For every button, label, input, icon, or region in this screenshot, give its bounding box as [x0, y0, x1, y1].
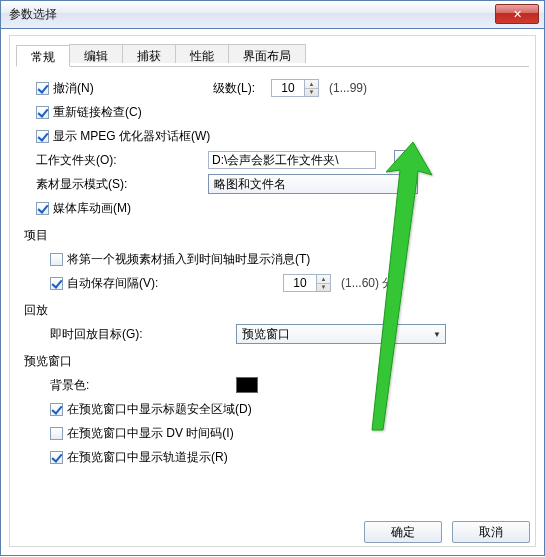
levels-label: 级数(L): — [213, 80, 271, 97]
levels-hint: (1...99) — [329, 81, 367, 95]
autosave-input[interactable] — [283, 274, 317, 292]
trackhint-label: 在预览窗口中显示轨道提示(R) — [67, 449, 228, 466]
firstclip-label: 将第一个视频素材插入到时间轴时显示消息(T) — [67, 251, 310, 268]
dvtimecode-checkbox[interactable] — [50, 427, 63, 440]
levels-spin-arrows[interactable]: ▲▼ — [305, 79, 319, 97]
client-area: 常规 编辑 捕获 性能 界面布局 撤消(N) 级数(L): ▲▼ (1...99… — [0, 28, 545, 556]
levels-input[interactable] — [271, 79, 305, 97]
close-button[interactable]: ✕ — [495, 4, 539, 24]
autosave-spin-arrows[interactable]: ▲▼ — [317, 274, 331, 292]
tab-performance[interactable]: 性能 — [175, 44, 229, 63]
section-preview-heading: 预览窗口 — [22, 353, 525, 370]
playback-target-input[interactable] — [236, 324, 446, 344]
chevron-down-icon: ▼ — [429, 325, 445, 343]
bgcolor-label: 背景色: — [50, 377, 236, 394]
playback-target-label: 即时回放目标(G): — [50, 326, 236, 343]
autosave-spinner[interactable]: ▲▼ — [283, 274, 331, 292]
tab-strip: 常规 编辑 捕获 性能 界面布局 — [16, 44, 529, 67]
workdir-label: 工作文件夹(O): — [36, 152, 208, 169]
tab-capture[interactable]: 捕获 — [122, 44, 176, 63]
autosave-label: 自动保存间隔(V): — [67, 275, 283, 292]
medialib-checkbox[interactable] — [36, 202, 49, 215]
title-bar[interactable]: 参数选择 ✕ — [0, 0, 545, 28]
matdisp-combo-input[interactable] — [208, 174, 418, 194]
cancel-button[interactable]: 取消 — [452, 521, 530, 543]
dialog-body: 常规 编辑 捕获 性能 界面布局 撤消(N) 级数(L): ▲▼ (1...99… — [9, 35, 536, 547]
window-title: 参数选择 — [9, 6, 57, 23]
autosave-checkbox[interactable] — [50, 277, 63, 290]
tab-layout[interactable]: 界面布局 — [228, 44, 306, 63]
trackhint-checkbox[interactable] — [50, 451, 63, 464]
dvtimecode-label: 在预览窗口中显示 DV 时间码(I) — [67, 425, 234, 442]
section-playback-heading: 回放 — [22, 302, 525, 319]
medialib-label: 媒体库动画(M) — [53, 200, 131, 217]
tab-edit[interactable]: 编辑 — [69, 44, 123, 63]
mpeg-checkbox[interactable] — [36, 130, 49, 143]
matdisp-label: 素材显示模式(S): — [36, 176, 208, 193]
playback-target-combo[interactable]: ▼ — [236, 324, 446, 344]
dialog-window: 参数选择 ✕ 常规 编辑 捕获 性能 界面布局 撤消(N) 级数(L): — [0, 0, 545, 557]
close-icon: ✕ — [513, 9, 522, 20]
autosave-hint: (1...60) 分 — [341, 275, 394, 292]
chevron-down-icon: ▼ — [401, 175, 417, 193]
tab-pane-general: 撤消(N) 级数(L): ▲▼ (1...99) 重新链接检查(C) 显示 MP… — [16, 67, 529, 468]
firstclip-checkbox[interactable] — [50, 253, 63, 266]
relink-label: 重新链接检查(C) — [53, 104, 142, 121]
ellipsis-icon: ... — [403, 154, 409, 166]
relink-checkbox[interactable] — [36, 106, 49, 119]
safezone-label: 在预览窗口中显示标题安全区域(D) — [67, 401, 252, 418]
mpeg-label: 显示 MPEG 优化器对话框(W) — [53, 128, 210, 145]
undo-label: 撤消(N) — [53, 80, 213, 97]
undo-checkbox[interactable] — [36, 82, 49, 95]
workdir-browse-button[interactable]: ... — [394, 150, 418, 170]
ok-button[interactable]: 确定 — [364, 521, 442, 543]
workdir-input[interactable] — [208, 151, 376, 169]
safezone-checkbox[interactable] — [50, 403, 63, 416]
section-project-heading: 项目 — [22, 227, 525, 244]
matdisp-combo[interactable]: ▼ — [208, 174, 418, 194]
tab-general[interactable]: 常规 — [16, 45, 70, 67]
bgcolor-swatch[interactable] — [236, 377, 258, 393]
dialog-button-bar: 确定 取消 — [364, 521, 530, 543]
levels-spinner[interactable]: ▲▼ — [271, 79, 319, 97]
